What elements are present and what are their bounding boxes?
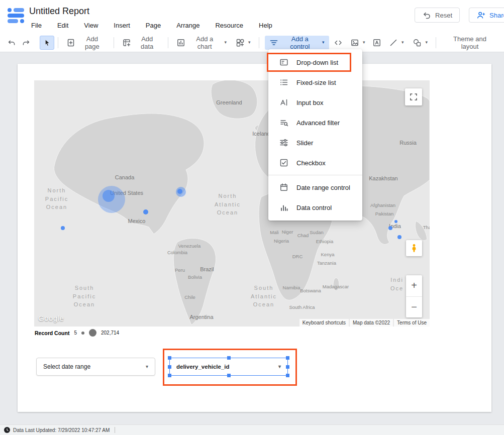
map-bubble[interactable] (397, 235, 401, 239)
input-box-icon (279, 98, 288, 107)
selection-handle[interactable] (168, 374, 171, 377)
reset-label: Reset (435, 12, 452, 19)
add-data-icon (122, 38, 131, 47)
last-updated-clock-icon (4, 427, 10, 433)
control-menu-item-advanced-filter[interactable]: Advanced filter (268, 113, 362, 133)
selection-handle[interactable] (286, 374, 289, 377)
control-menu-item-fixed-size-list[interactable]: Fixed-size list (268, 72, 362, 92)
select-tool-button[interactable] (40, 36, 54, 50)
menu-divider (268, 175, 362, 175)
slider-icon (279, 138, 288, 147)
zoom-control: + − (406, 275, 422, 317)
data-studio-logo[interactable] (7, 6, 26, 25)
menu-file[interactable]: File (30, 21, 43, 30)
date-range-icon (279, 183, 288, 192)
report-title[interactable]: Untitled Report (29, 6, 89, 17)
control-menu-item-checkbox[interactable]: Checkbox (268, 153, 362, 173)
add-page-button[interactable]: Add page (62, 36, 110, 50)
url-embed-button[interactable] (331, 36, 346, 50)
chevron-down-icon: ▾ (146, 364, 148, 369)
add-a-chart-button[interactable]: Add a chart ▾ (172, 36, 231, 50)
advanced-filter-icon (279, 118, 288, 127)
control-menu-item-label: Checkbox (296, 159, 326, 167)
control-menu-item-data-control[interactable]: Data control (268, 197, 362, 218)
add-control-menu-items: Drop-down listFixed-size listInput boxAd… (268, 52, 362, 218)
add-data-button[interactable]: Add data (118, 36, 164, 50)
selection-handle[interactable] (168, 356, 171, 360)
pegman-button[interactable] (406, 240, 422, 256)
zoom-in-button[interactable]: + (406, 275, 422, 296)
map-attribution-terms-of-use[interactable]: Terms of Use (394, 319, 430, 327)
report-page[interactable]: GreenlandIcelandCanadaUnited StatesMexic… (18, 64, 491, 412)
add-page-label: Add page (78, 35, 106, 50)
add-page-icon (66, 38, 75, 47)
record-count-legend: Record Count 5 202,714 (35, 329, 119, 337)
add-a-control-button[interactable]: Add a control ▾ (265, 36, 329, 50)
legend-dot-large (89, 329, 96, 337)
status-text: Data Last Updated: 7/29/2022 10:47:27 AM (13, 427, 110, 433)
selection-handle[interactable] (227, 356, 231, 360)
map-bubble[interactable] (388, 226, 392, 230)
geo-map-chart[interactable]: GreenlandIcelandCanadaUnited StatesMexic… (34, 80, 430, 327)
selection-handle[interactable] (227, 374, 231, 377)
control-menu-item-label: Data control (296, 204, 332, 211)
add-control-menu: Drop-down listFixed-size listInput boxAd… (268, 49, 362, 221)
control-menu-item-input-box[interactable]: Input box (268, 92, 362, 113)
menu-edit[interactable]: Edit (56, 21, 69, 30)
map-bubble[interactable] (394, 220, 397, 223)
map-attribution-map-data-2022[interactable]: Map data ©2022 (350, 319, 393, 327)
canvas-area: GreenlandIcelandCanadaUnited StatesMexic… (0, 52, 504, 435)
menu-help[interactable]: Help (258, 21, 273, 30)
date-range-control[interactable]: Select date range ▾ (36, 358, 155, 376)
selection-handle[interactable] (286, 365, 289, 369)
line-icon (389, 38, 398, 47)
legend-label: Record Count (35, 330, 69, 336)
line-button[interactable]: ▾ (384, 36, 409, 50)
selection-handle[interactable] (286, 356, 289, 360)
google-maps-logo: Google (38, 314, 64, 322)
menu-resource[interactable]: Resource (214, 21, 244, 30)
community-visualizations-button[interactable]: ▾ (231, 36, 255, 50)
control-menu-item-drop-down-list[interactable]: Drop-down list (268, 52, 362, 72)
menu-view[interactable]: View (83, 21, 99, 30)
map-bubble[interactable] (143, 209, 148, 214)
redo-button[interactable] (19, 36, 33, 50)
control-menu-item-label: Slider (296, 139, 313, 147)
theme-and-layout-label: Theme and layout (444, 35, 495, 50)
text-box-icon (372, 38, 381, 47)
theme-and-layout-button[interactable]: Theme and layout (440, 36, 500, 50)
share-label: Share (489, 12, 504, 19)
toolbar-divider (114, 37, 114, 48)
control-menu-item-slider[interactable]: Slider (268, 133, 362, 153)
chevron-down-icon: ▾ (225, 40, 227, 45)
menu-insert[interactable]: Insert (113, 21, 131, 30)
toolbar-divider (259, 37, 259, 48)
zoom-out-button[interactable]: − (406, 296, 422, 318)
map-bubble[interactable] (61, 226, 65, 230)
legend-min-value: 5 (74, 330, 77, 336)
undo-button[interactable] (4, 36, 19, 50)
control-menu-item-label: Input box (296, 99, 324, 106)
menu-arrange[interactable]: Arrange (175, 21, 200, 30)
map-attribution-keyboard-shortcuts[interactable]: Keyboard shortcuts (299, 319, 349, 327)
menu-bar: FileEditViewInsertPageArrangeResourceHel… (30, 21, 273, 30)
control-menu-item-date-range-control[interactable]: Date range control (268, 177, 362, 197)
image-button[interactable]: ▾ (346, 36, 370, 50)
fullscreen-button[interactable] (405, 88, 422, 105)
menu-page[interactable]: Page (145, 21, 162, 30)
reset-button[interactable]: Reset (415, 8, 460, 23)
text-button[interactable] (369, 36, 384, 50)
dropdown-control-delivery-vehicle-id[interactable]: delivery_vehicle_id ▾ (169, 358, 288, 376)
chevron-down-icon: ▾ (363, 40, 365, 45)
selection-handle[interactable] (168, 365, 171, 369)
shape-button[interactable]: ▾ (408, 36, 432, 50)
chevron-down-icon: ▾ (401, 40, 404, 45)
map-bubble[interactable] (103, 190, 115, 202)
header-actions: Reset Share (415, 8, 504, 23)
shape-icon (413, 38, 422, 47)
control-menu-item-label: Drop-down list (296, 59, 338, 66)
map-bubble[interactable] (177, 189, 182, 194)
legend-max-value: 202,714 (101, 330, 119, 336)
app-header: Untitled Report FileEditViewInsertPageAr… (0, 0, 504, 33)
share-button[interactable]: Share (469, 8, 504, 23)
